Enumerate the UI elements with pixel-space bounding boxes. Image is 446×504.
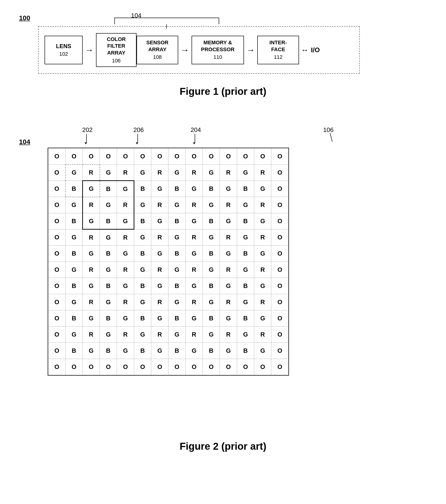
grid-cell: G: [168, 326, 186, 343]
grid-cell: O: [100, 148, 117, 164]
grid-cell: G: [168, 262, 186, 278]
grid-cell: G: [186, 310, 203, 326]
grid-cell: O: [203, 359, 220, 375]
label-202: 202: [82, 126, 93, 134]
grid-cell: O: [48, 148, 66, 164]
fig2-caption: Figure 2 (prior art): [0, 441, 446, 452]
grid-cell: O: [271, 246, 289, 262]
grid-cell: G: [203, 262, 220, 278]
grid-cell: G: [254, 181, 271, 197]
fig2-id: 104: [19, 138, 30, 146]
grid-cell: G: [117, 343, 134, 359]
grid-cell: G: [83, 213, 100, 229]
arrow-202-tip: [85, 143, 87, 144]
grid-cell: G: [186, 181, 203, 197]
grid-cell: G: [203, 294, 220, 310]
grid-cell: B: [134, 213, 151, 229]
grid-cell: O: [100, 359, 117, 375]
page: 100 104 LENS 102 → COLOR FILTER ARRAY 10…: [0, 0, 446, 504]
grid-cell: G: [66, 197, 83, 213]
grid-cell: G: [151, 343, 168, 359]
grid-cell: G: [186, 343, 203, 359]
grid-cell: O: [254, 359, 271, 375]
grid-cell: O: [271, 213, 289, 229]
grid-cell: R: [254, 197, 271, 213]
grid-cell: B: [100, 278, 117, 294]
grid-cell: B: [66, 181, 83, 197]
grid-cell: B: [168, 246, 186, 262]
grid-cell: R: [117, 294, 134, 310]
grid-cell: G: [100, 326, 117, 343]
grid-cell: O: [48, 164, 66, 181]
grid-cell: O: [271, 278, 289, 294]
grid-cell: R: [220, 197, 237, 213]
grid-cell: O: [271, 197, 289, 213]
fig1-id: 100: [19, 14, 30, 22]
grid-cell: G: [151, 310, 168, 326]
grid-cell: G: [134, 262, 151, 278]
label-106: 106: [323, 126, 334, 134]
grid-cell: R: [186, 197, 203, 213]
grid-cell: G: [66, 326, 83, 343]
grid-cell: B: [203, 278, 220, 294]
grid-cell: G: [117, 213, 134, 229]
grid-cell: O: [220, 148, 237, 164]
grid-cell: G: [117, 246, 134, 262]
grid-cell: O: [271, 164, 289, 181]
grid-cell: G: [220, 246, 237, 262]
io-section: ↔ I/O: [301, 46, 320, 54]
grid-cell: G: [151, 181, 168, 197]
label-204: 204: [191, 126, 201, 134]
grid-cell: O: [48, 326, 66, 343]
grid-cell: G: [237, 262, 254, 278]
grid-cell: G: [254, 310, 271, 326]
grid-cell: R: [151, 164, 168, 181]
grid-cell: G: [203, 197, 220, 213]
grid-cell: B: [237, 213, 254, 229]
grid-cell: O: [168, 359, 186, 375]
grid-cell: R: [220, 294, 237, 310]
grid-cell: B: [237, 246, 254, 262]
arrow1: →: [83, 45, 96, 55]
grid-cell: O: [237, 148, 254, 164]
grid-cell: O: [48, 213, 66, 229]
grid-cell: G: [134, 294, 151, 310]
grid-cell: G: [186, 278, 203, 294]
grid-cell: G: [83, 246, 100, 262]
grid-cell: O: [186, 359, 203, 375]
grid-cell: G: [237, 229, 254, 246]
grid-cell: O: [237, 359, 254, 375]
grid-cell: R: [117, 229, 134, 246]
grid-cell: B: [237, 278, 254, 294]
grid-cell: R: [83, 262, 100, 278]
grid-cell: O: [48, 278, 66, 294]
grid-cell: O: [83, 359, 100, 375]
grid-cell: R: [151, 229, 168, 246]
grid-cell: B: [237, 343, 254, 359]
grid-cell: B: [168, 278, 186, 294]
interface-block: INTER- FACE 112: [257, 36, 299, 64]
grid-cell: O: [271, 310, 289, 326]
grid-cell: B: [66, 246, 83, 262]
grid-cell: G: [134, 229, 151, 246]
grid-cell: R: [254, 326, 271, 343]
grid-cell: R: [186, 229, 203, 246]
grid-cell: G: [220, 310, 237, 326]
grid-cell: O: [48, 229, 66, 246]
grid-cell: O: [48, 343, 66, 359]
grid-cell: B: [168, 343, 186, 359]
cfa-grid: OOOOOOOOOOOOOOOGRGRGRGRGRGROOBGBGBGBGBGB…: [48, 148, 289, 376]
grid-cell: O: [203, 148, 220, 164]
grid-cell: G: [186, 246, 203, 262]
grid-cell: G: [203, 326, 220, 343]
grid-cell: G: [134, 164, 151, 181]
grid-cell: B: [203, 213, 220, 229]
grid-cell: B: [66, 343, 83, 359]
grid-cell: B: [100, 343, 117, 359]
grid-cell: G: [203, 229, 220, 246]
grid-cell: G: [203, 164, 220, 181]
grid-cell: B: [100, 181, 117, 197]
memory-block: MEMORY & PROCESSOR 110: [192, 36, 244, 64]
grid-cell: R: [117, 326, 134, 343]
grid-cell: B: [203, 310, 220, 326]
